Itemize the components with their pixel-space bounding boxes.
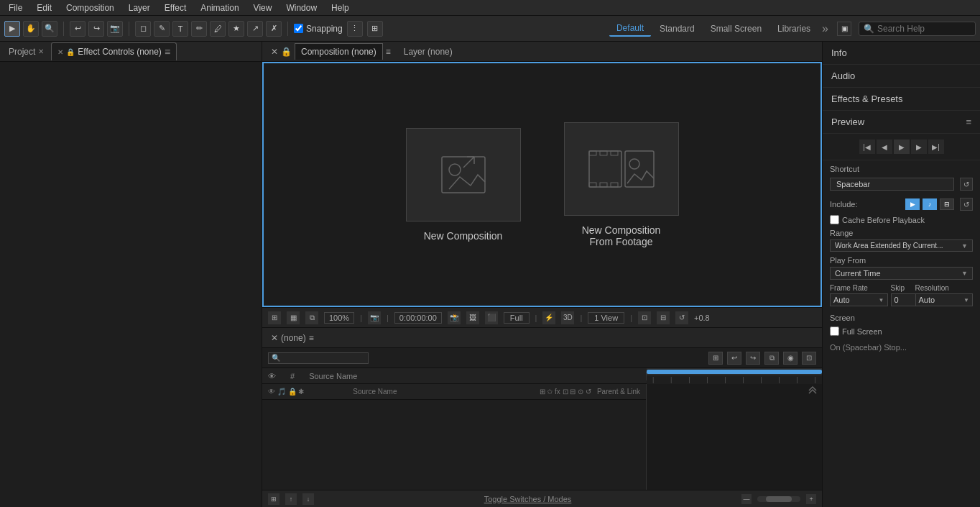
project-tab[interactable]: Project ✕	[3, 44, 50, 60]
minimize-button[interactable]: ▣	[837, 22, 851, 36]
tl-tool-6[interactable]: ⊡	[802, 352, 816, 365]
project-tab-close[interactable]: ✕	[38, 47, 44, 55]
new-composition-footage-card[interactable]: New Composition From Footage	[564, 122, 679, 247]
tool-roto[interactable]: ✗	[266, 21, 282, 37]
audio-section-header[interactable]: Audio	[823, 65, 980, 88]
composition-view-area[interactable]: New Composition	[262, 62, 822, 307]
tool-rect[interactable]: ◻	[135, 21, 151, 37]
menu-view[interactable]: View	[251, 1, 275, 14]
tl-footer-frame[interactable]: ↓	[302, 493, 314, 505]
effect-tab-close[interactable]: ✕	[57, 48, 63, 56]
tl-footer-layer[interactable]: ↑	[285, 493, 297, 505]
range-dropdown[interactable]: Work Area Extended By Current... ▼	[830, 239, 973, 252]
prev-play[interactable]: ▶	[894, 140, 910, 154]
tool-brush[interactable]: ✏	[191, 21, 207, 37]
snapping-checkbox-label[interactable]: Snapping	[294, 24, 343, 34]
timeline-menu-icon[interactable]: ≡	[309, 333, 314, 343]
timeline-toggle-label[interactable]: Toggle Switches / Modes	[484, 495, 572, 503]
menu-animation[interactable]: Animation	[198, 1, 241, 14]
tl-tool-3[interactable]: ↪	[746, 352, 760, 365]
comp-ctrl-guides[interactable]: ▦	[287, 311, 300, 324]
timeline-tab-close[interactable]: ✕	[271, 333, 278, 343]
workspace-tab-default[interactable]: Default	[609, 21, 651, 37]
tl-tool-1[interactable]: ⊞	[708, 352, 723, 365]
comp-quality[interactable]: Full	[504, 312, 530, 324]
comp-snapshot[interactable]: 📸	[448, 311, 461, 324]
prev-last-frame[interactable]: ▶|	[928, 140, 944, 154]
prev-next-frame[interactable]: ▶	[911, 140, 927, 154]
new-composition-card[interactable]: New Composition	[406, 128, 521, 242]
full-screen-checkbox[interactable]	[830, 326, 839, 336]
effects-presets-section-header[interactable]: Effects & Presets	[823, 88, 980, 111]
include-reset[interactable]: ↺	[960, 198, 973, 211]
workspace-tab-libraries[interactable]: Libraries	[770, 22, 818, 36]
effect-controls-tab[interactable]: ✕ 🔒 Effect Controls (none) ≡	[51, 42, 177, 60]
comp-timecode[interactable]: 0:00:00:00	[394, 312, 442, 324]
comp-tab-close[interactable]: ✕	[271, 47, 278, 57]
snapping-checkbox-input[interactable]	[294, 24, 303, 33]
include-btn-video[interactable]: ▶	[905, 198, 920, 210]
layer-tab[interactable]: Layer (none)	[398, 44, 458, 60]
resolution-dropdown[interactable]: Auto ▼	[915, 293, 974, 306]
prev-first-frame[interactable]: |◀	[859, 140, 875, 154]
prev-prev-frame[interactable]: ◀	[877, 140, 892, 154]
shortcut-reset[interactable]: ↺	[960, 178, 973, 191]
tool-pen[interactable]: ✎	[154, 21, 170, 37]
menu-edit[interactable]: Edit	[34, 1, 55, 14]
comp-reset[interactable]: ↺	[675, 311, 688, 324]
tl-zoom-out[interactable]: —	[741, 494, 752, 504]
comp-grid-2[interactable]: ⊟	[657, 311, 670, 324]
panel-menu-icon[interactable]: ≡	[165, 46, 170, 58]
menu-composition[interactable]: Composition	[63, 1, 117, 14]
comp-show-snapshot[interactable]: 🖼	[466, 311, 479, 324]
snap-option-1[interactable]: ⋮	[347, 21, 363, 37]
comp-fast-preview[interactable]: ⚡	[542, 311, 555, 324]
search-input[interactable]	[877, 24, 971, 34]
menu-help[interactable]: Help	[328, 1, 352, 14]
timeline-corner-icon[interactable]	[808, 385, 818, 398]
cache-checkbox-input[interactable]	[830, 215, 839, 224]
tool-undo[interactable]: ↩	[70, 21, 85, 37]
play-from-dropdown[interactable]: Current Time ▼	[830, 267, 973, 280]
menu-window[interactable]: Window	[283, 1, 320, 14]
comp-views[interactable]: 1 View	[588, 312, 624, 324]
tool-arrow[interactable]: ↗	[247, 21, 263, 37]
menu-layer[interactable]: Layer	[126, 1, 153, 14]
tl-footer-comp[interactable]: ⊞	[268, 493, 279, 505]
workspace-more-icon[interactable]: »	[819, 22, 831, 35]
tool-text[interactable]: T	[172, 21, 188, 37]
tool-hand[interactable]: ✋	[23, 21, 39, 37]
comp-camera-btn[interactable]: 📷	[368, 311, 381, 324]
comp-3d[interactable]: 3D	[561, 311, 574, 324]
tool-stamp[interactable]: 🖊	[210, 21, 226, 37]
comp-region[interactable]: ⊡	[638, 311, 651, 324]
timeline-tab-main[interactable]: ✕ (none) ≡	[265, 330, 320, 346]
tool-camera[interactable]: 📷	[107, 21, 123, 37]
tool-puppet[interactable]: ★	[228, 21, 244, 37]
include-btn-overlay[interactable]: ⊟	[940, 198, 954, 210]
cache-checkbox-row[interactable]: Cache Before Playback	[830, 215, 973, 224]
workspace-tab-small-screen[interactable]: Small Screen	[703, 22, 769, 36]
shortcut-value[interactable]: Spacebar	[830, 178, 954, 191]
comp-transparency[interactable]: ⬛	[485, 311, 498, 324]
tool-redo[interactable]: ↪	[88, 21, 104, 37]
menu-effect[interactable]: Effect	[162, 1, 189, 14]
tool-select[interactable]: ▶	[4, 21, 20, 37]
timeline-search-input[interactable]	[282, 354, 353, 362]
tl-tool-5[interactable]: ◉	[783, 352, 798, 365]
include-btn-audio[interactable]: ♪	[923, 198, 937, 210]
tool-zoom[interactable]: 🔍	[42, 21, 57, 37]
tl-tool-4[interactable]: ⧉	[764, 352, 779, 365]
composition-tab[interactable]: Composition (none)	[295, 43, 383, 60]
frame-rate-dropdown[interactable]: Auto ▼	[830, 293, 888, 306]
preview-menu-icon[interactable]: ≡	[966, 117, 971, 127]
workspace-tab-standard[interactable]: Standard	[652, 22, 702, 36]
comp-menu-icon[interactable]: ≡	[386, 47, 391, 57]
comp-ctrl-grid[interactable]: ⊞	[268, 311, 281, 324]
tl-zoom-in[interactable]: +	[806, 494, 816, 504]
tl-tool-2[interactable]: ↩	[727, 352, 741, 365]
menu-file[interactable]: File	[6, 1, 25, 14]
comp-ctrl-rulers[interactable]: ⧉	[305, 311, 318, 324]
snap-option-2[interactable]: ⊞	[367, 21, 383, 37]
info-section-header[interactable]: Info	[823, 42, 980, 65]
